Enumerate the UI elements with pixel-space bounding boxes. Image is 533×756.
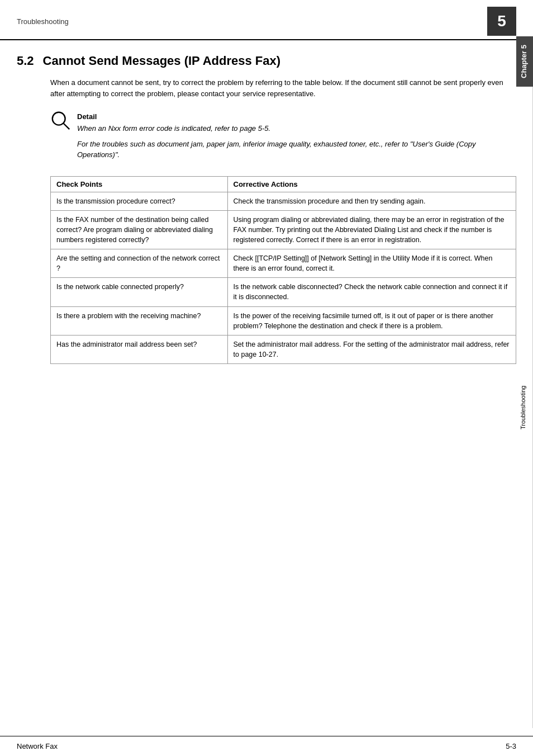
intro-paragraph: When a document cannot be sent, try to c… <box>50 77 516 99</box>
breadcrumb: Troubleshooting <box>17 17 69 26</box>
check-point-cell: Are the setting and connection of the ne… <box>51 249 228 278</box>
chapter-num-tab: Chapter 5 <box>516 36 533 87</box>
table-row: Is there a problem with the receiving ma… <box>51 306 516 335</box>
table-row: Is the transmission procedure correct?Ch… <box>51 192 516 210</box>
table-row: Has the administrator mail address been … <box>51 335 516 363</box>
corrective-action-cell: Is the power of the receiving facsimile … <box>227 306 516 335</box>
section-number: 5.2 <box>17 54 34 68</box>
troubleshooting-table: Check Points Corrective Actions Is the t… <box>50 176 516 365</box>
check-point-cell: Is the network cable connected properly? <box>51 278 228 306</box>
section-heading: Cannot Send Messages (IP Address Fax) <box>43 54 280 68</box>
table-header-row: Check Points Corrective Actions <box>51 176 516 192</box>
detail-label: Detail <box>77 112 516 121</box>
detail-line1: When an Nxx form error code is indicated… <box>77 123 516 134</box>
table-row: Is the FAX number of the destination bei… <box>51 210 516 249</box>
check-point-cell: Is the FAX number of the destination bei… <box>51 210 228 249</box>
chapter-badge: 5 <box>487 7 516 36</box>
corrective-action-cell: Using program dialing or abbreviated dia… <box>227 210 516 249</box>
corrective-action-cell: Set the administrator mail address. For … <box>227 335 516 363</box>
main-content: 5.2 Cannot Send Messages (IP Address Fax… <box>0 40 533 398</box>
check-point-cell: Is the transmission procedure correct? <box>51 192 228 210</box>
page-container: Troubleshooting 5 5.2 Cannot Send Messag… <box>0 0 533 756</box>
corrective-action-cell: Is the network cable disconnected? Check… <box>227 278 516 306</box>
table-row: Is the network cable connected properly?… <box>51 278 516 306</box>
corrective-action-cell: Check the transmission procedure and the… <box>227 192 516 210</box>
detail-content: Detail When an Nxx form error code is in… <box>77 112 516 165</box>
top-bar: Troubleshooting 5 <box>0 0 533 40</box>
table-row: Are the setting and connection of the ne… <box>51 249 516 278</box>
detail-icon <box>50 110 72 131</box>
footer-right: 5-3 <box>506 742 516 750</box>
detail-box: Detail When an Nxx form error code is in… <box>50 112 516 165</box>
svg-point-0 <box>53 112 65 125</box>
check-point-cell: Has the administrator mail address been … <box>51 335 228 363</box>
col-corrective-actions: Corrective Actions <box>227 176 516 192</box>
col-check-points: Check Points <box>51 176 228 192</box>
right-side-panel: Chapter 5 Troubleshooting <box>516 36 533 728</box>
detail-line2: For the troubles such as document jam, p… <box>77 139 516 160</box>
bottom-bar: Network Fax 5-3 <box>0 736 533 756</box>
check-point-cell: Is there a problem with the receiving ma… <box>51 306 228 335</box>
footer-left: Network Fax <box>17 742 58 750</box>
section-title: 5.2 Cannot Send Messages (IP Address Fax… <box>17 54 516 68</box>
corrective-action-cell: Check [[TCP/IP Setting]] of [Network Set… <box>227 249 516 278</box>
svg-line-1 <box>64 124 69 129</box>
troubleshooting-tab: Troubleshooting <box>516 87 533 728</box>
